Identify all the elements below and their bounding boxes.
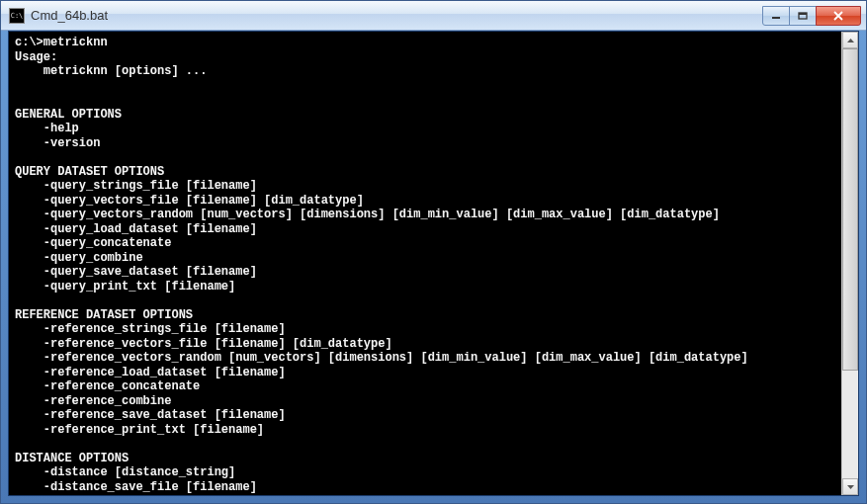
terminal-line: c:\>metricknn <box>15 36 835 50</box>
terminal-line: -version <box>15 136 835 151</box>
terminal-line: -reference_concatenate <box>15 379 835 394</box>
terminal-line: -query_vectors_random [num_vectors] [dim… <box>15 208 835 222</box>
close-icon <box>832 11 844 21</box>
terminal-line: -query_vectors_file [filename] [dim_data… <box>15 194 835 209</box>
terminal-line: -distance [distance_string] <box>15 465 835 480</box>
maximize-button[interactable] <box>789 6 817 26</box>
app-icon: C:\ <box>9 8 25 24</box>
terminal-line: -reference_vectors_file [filename] [dim_… <box>15 337 835 352</box>
terminal-line <box>15 150 835 165</box>
titlebar[interactable]: C:\ Cmd_64b.bat <box>1 1 866 31</box>
terminal-line: -query_concatenate <box>15 236 835 251</box>
terminal-line <box>15 294 835 308</box>
close-button[interactable] <box>816 6 861 26</box>
terminal-line: -query_print_txt [filename] <box>15 280 835 294</box>
window-title: Cmd_64b.bat <box>31 8 763 23</box>
terminal-line: Usage: <box>15 50 835 65</box>
terminal-line: -reference_combine <box>15 394 835 409</box>
window-frame: C:\ Cmd_64b.bat c:\>metricknnUsage: metr… <box>0 0 867 504</box>
terminal-line <box>15 437 835 452</box>
terminal-line: -reference_strings_file [filename] <box>15 322 835 337</box>
terminal-line: GENERAL OPTIONS <box>15 108 835 123</box>
terminal-line: -reference_vectors_random [num_vectors] … <box>15 351 835 366</box>
terminal-line: -reference_save_dataset [filename] <box>15 408 835 423</box>
svg-rect-0 <box>772 17 780 19</box>
svg-rect-2 <box>799 13 807 15</box>
chevron-up-icon <box>847 39 854 42</box>
chevron-down-icon <box>847 485 854 489</box>
terminal-line <box>15 93 835 108</box>
terminal-line: -reference_print_txt [filename] <box>15 423 835 438</box>
terminal-line: QUERY DATASET OPTIONS <box>15 165 835 180</box>
terminal-line: -distance_load_file [filename] <box>15 494 835 495</box>
terminal-line: REFERENCE DATASET OPTIONS <box>15 308 835 323</box>
scroll-down-button[interactable] <box>842 478 858 495</box>
scrollbar-track[interactable] <box>842 48 858 478</box>
scrollbar-thumb[interactable] <box>842 48 858 371</box>
terminal-line: -help <box>15 122 835 136</box>
minimize-icon <box>771 12 781 20</box>
client-area: c:\>metricknnUsage: metricknn [options] … <box>8 31 859 496</box>
scroll-up-button[interactable] <box>842 32 858 48</box>
terminal-line: -query_combine <box>15 251 835 266</box>
terminal-line: -reference_load_dataset [filename] <box>15 366 835 380</box>
terminal-line: metricknn [options] ... <box>15 64 835 79</box>
terminal-line: -query_load_dataset [filename] <box>15 222 835 237</box>
terminal-line: DISTANCE OPTIONS <box>15 452 835 466</box>
minimize-button[interactable] <box>762 6 790 26</box>
window-controls <box>763 6 861 26</box>
terminal-line: -distance_save_file [filename] <box>15 480 835 495</box>
terminal-line <box>15 79 835 94</box>
maximize-icon <box>798 12 808 20</box>
terminal-line: -query_save_dataset [filename] <box>15 265 835 280</box>
terminal-line: -query_strings_file [filename] <box>15 179 835 194</box>
terminal-output[interactable]: c:\>metricknnUsage: metricknn [options] … <box>9 32 841 495</box>
vertical-scrollbar[interactable] <box>841 32 858 495</box>
